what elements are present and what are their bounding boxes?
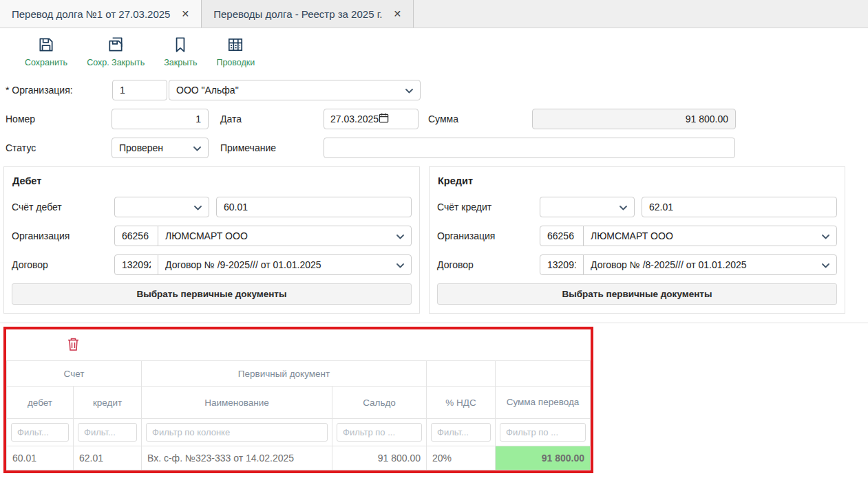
chevron-down-icon: [822, 230, 829, 241]
close-button[interactable]: Закрыть: [164, 36, 197, 67]
debit-organization-row: Организация ЛЮМСМАРТ ООО: [12, 226, 412, 246]
group-header-account: Счет: [7, 361, 142, 387]
save-label: Сохранить: [25, 58, 67, 67]
date-input[interactable]: 27.03.2025: [324, 109, 419, 129]
credit-organization-label: Организация: [437, 230, 540, 241]
organization-row: * Организация: ООО "Альфа": [6, 80, 862, 100]
group-header-row: Счет Первичный документ: [7, 361, 591, 387]
column-header-row: дебет кредит Наименование Сальдо % НДС С…: [7, 387, 591, 419]
group-header-primary-doc: Первичный документ: [142, 361, 427, 387]
debit-account-label: Счёт дебет: [12, 202, 114, 213]
organization-label: * Организация:: [6, 85, 112, 96]
credit-account-select[interactable]: [540, 197, 635, 217]
credit-contract-code-input[interactable]: [540, 254, 584, 275]
status-note-row: Статус Проверен Примечание: [6, 138, 862, 158]
debit-account-input[interactable]: [216, 197, 412, 217]
group-header-empty: [496, 361, 591, 387]
debit-organization-select[interactable]: ЛЮМСМАРТ ООО: [158, 226, 412, 246]
status-select[interactable]: Проверен: [112, 138, 209, 158]
debit-title: Дебет: [12, 175, 412, 186]
col-header-debit[interactable]: дебет: [7, 387, 74, 419]
credit-contract-select[interactable]: Договор № /8-2025/// от 01.01.2025: [583, 254, 837, 275]
debit-contract-select-value: Договор № /9-2025/// от 01.01.2025: [165, 259, 396, 270]
cell-vat: 20%: [427, 446, 496, 470]
chevron-down-icon: [193, 142, 201, 153]
separator: [0, 323, 868, 323]
tab-label: Перевод долга №1 от 27.03.2025: [12, 8, 170, 20]
col-header-vat[interactable]: % НДС: [427, 387, 496, 419]
date-label: Дата: [220, 113, 324, 124]
credit-contract-select-value: Договор № /8-2025/// от 01.01.2025: [591, 259, 822, 270]
organization-code-input[interactable]: [112, 80, 167, 100]
note-input[interactable]: [324, 138, 735, 158]
table-row[interactable]: 60.01 62.01 Вх. с-ф. №323-333 от 14.02.2…: [7, 446, 591, 470]
close-label: Закрыть: [164, 58, 197, 67]
organization-select-value: ООО "Альфа": [176, 85, 405, 96]
tab-bar: Перевод долга №1 от 27.03.2025 ✕ Перевод…: [0, 0, 868, 28]
number-label: Номер: [6, 113, 112, 124]
app-window: Перевод долга №1 от 27.03.2025 ✕ Перевод…: [0, 0, 868, 473]
filter-input-credit[interactable]: [78, 423, 137, 442]
cell-balance: 91 800.00: [332, 446, 427, 470]
filter-input-balance[interactable]: [337, 423, 422, 442]
debit-panel: Дебет Счёт дебет Организация ЛЮМСМАРТ ОО…: [3, 166, 420, 314]
filter-input-transfer-sum[interactable]: [500, 423, 586, 442]
close-icon[interactable]: ✕: [181, 9, 189, 19]
sum-label: Сумма: [428, 113, 532, 124]
bookmark-icon: [171, 36, 189, 56]
credit-account-row: Счёт кредит: [437, 197, 837, 217]
col-header-transfer-sum[interactable]: Сумма перевода: [496, 387, 591, 419]
credit-contract-label: Договор: [437, 259, 540, 270]
chevron-down-icon: [194, 202, 202, 213]
debit-select-documents-button[interactable]: Выбрать первичные документы: [12, 283, 412, 305]
grid-icon: [226, 36, 244, 56]
tab-debt-transfer[interactable]: Перевод долга №1 от 27.03.2025 ✕: [0, 0, 202, 28]
debit-account-select[interactable]: [114, 197, 209, 217]
debit-contract-select[interactable]: Договор № /9-2025/// от 01.01.2025: [158, 254, 412, 275]
documents-table: Счет Первичный документ дебет кредит Наи…: [6, 360, 591, 470]
delete-row-button[interactable]: [65, 336, 81, 355]
tab-debt-registry[interactable]: Переводы долга - Реестр за 2025 г. ✕: [202, 0, 414, 28]
save-button[interactable]: Сохранить: [25, 36, 67, 67]
col-header-balance[interactable]: Сальдо: [332, 387, 427, 419]
close-icon[interactable]: ✕: [393, 9, 401, 19]
col-header-name[interactable]: Наименование: [142, 387, 332, 419]
credit-select-documents-button[interactable]: Выбрать первичные документы: [437, 283, 837, 305]
calendar-icon[interactable]: [379, 113, 412, 125]
cell-transfer-sum: 91 800.00: [496, 446, 591, 470]
grid-toolbar: [6, 329, 591, 360]
documents-grid-highlight: Счет Первичный документ дебет кредит Наи…: [3, 327, 593, 473]
credit-title: Кредит: [438, 175, 837, 186]
filter-input-debit[interactable]: [11, 423, 69, 442]
filter-input-vat[interactable]: [431, 423, 491, 442]
chevron-down-icon: [396, 259, 404, 270]
document-form: * Организация: ООО "Альфа" Номер Дата 27…: [0, 73, 868, 158]
save-close-icon: [107, 36, 125, 56]
credit-contract-row: Договор Договор № /8-2025/// от 01.01.20…: [437, 254, 837, 275]
postings-button[interactable]: Проводки: [216, 36, 255, 67]
number-date-sum-row: Номер Дата 27.03.2025 Сумма: [6, 109, 862, 129]
sum-input[interactable]: [532, 109, 736, 129]
credit-account-input[interactable]: [642, 197, 837, 217]
credit-panel: Кредит Счёт кредит Организация ЛЮМСМАРТ …: [429, 166, 845, 314]
credit-organization-code-input[interactable]: [540, 226, 584, 246]
organization-select[interactable]: ООО "Альфа": [169, 80, 421, 100]
col-header-credit[interactable]: кредит: [74, 387, 142, 419]
cell-name: Вх. с-ф. №323-333 от 14.02.2025: [142, 446, 332, 470]
number-input[interactable]: [112, 109, 209, 129]
chevron-down-icon: [620, 202, 627, 213]
toolbar: Сохранить Сохр. Закрыть Закрыть: [0, 28, 868, 73]
save-close-button[interactable]: Сохр. Закрыть: [87, 36, 145, 67]
debit-contract-code-input[interactable]: [114, 254, 158, 275]
debit-organization-code-input[interactable]: [114, 226, 158, 246]
debit-contract-label: Договор: [12, 259, 114, 270]
credit-organization-row: Организация ЛЮМСМАРТ ООО: [437, 226, 837, 246]
debit-credit-panels: Дебет Счёт дебет Организация ЛЮМСМАРТ ОО…: [0, 166, 868, 314]
credit-organization-select[interactable]: ЛЮМСМАРТ ООО: [583, 226, 837, 246]
date-value: 27.03.2025: [330, 113, 379, 124]
debit-contract-row: Договор Договор № /9-2025/// от 01.01.20…: [12, 254, 412, 275]
filter-input-name[interactable]: [146, 423, 328, 442]
credit-organization-select-value: ЛЮМСМАРТ ООО: [591, 230, 822, 241]
postings-label: Проводки: [216, 58, 255, 67]
cell-credit: 62.01: [74, 446, 142, 470]
